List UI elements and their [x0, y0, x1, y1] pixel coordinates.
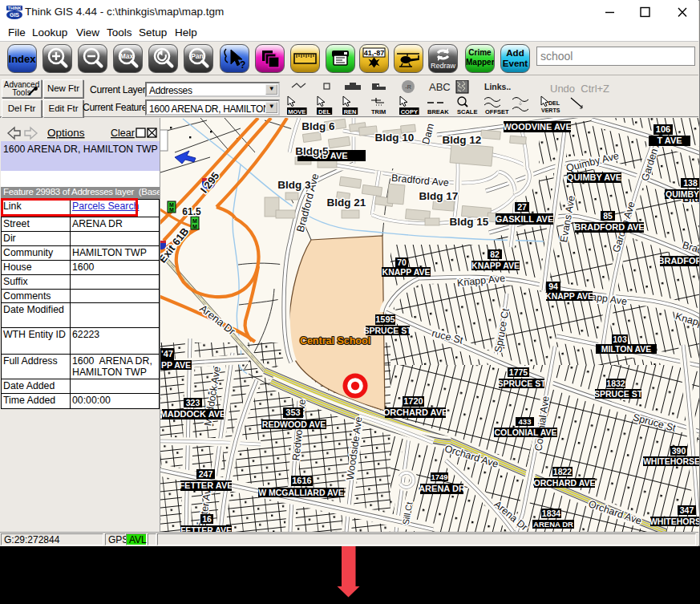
- svg-text:323: 323: [186, 398, 200, 407]
- svg-text:SPRUCE ST: SPRUCE ST: [363, 326, 412, 335]
- svg-text:Options: Options: [47, 127, 85, 139]
- svg-text:GASKILL AVE: GASKILL AVE: [496, 214, 554, 224]
- svg-text:1775: 1775: [509, 367, 528, 377]
- svg-text:MOVE: MOVE: [288, 108, 305, 116]
- svg-text:1616: 1616: [292, 476, 311, 485]
- svg-text:1834: 1834: [542, 509, 561, 518]
- svg-text:Bldg 5: Bldg 5: [295, 145, 329, 157]
- svg-text:Bldg 17: Bldg 17: [419, 190, 459, 202]
- svg-text:Pan: Pan: [191, 52, 204, 60]
- svg-text:OFFSET: OFFSET: [485, 108, 509, 116]
- svg-text:ARENA DR: ARENA DR: [533, 520, 573, 529]
- svg-text:ORCHARD AVE: ORCHARD AVE: [383, 407, 448, 417]
- svg-text:82: 82: [490, 249, 500, 259]
- svg-text:Redraw: Redraw: [431, 62, 456, 70]
- svg-text:QUIMBY AVE: QUIMBY AVE: [567, 172, 621, 182]
- svg-text:138: 138: [683, 178, 698, 188]
- svg-text:Bldg 3: Bldg 3: [277, 179, 311, 191]
- svg-text:'47: '47: [161, 349, 173, 359]
- svg-text:85: 85: [603, 211, 613, 221]
- svg-text:247: 247: [199, 469, 213, 479]
- svg-text:BRADFORD AVE: BRADFORD AVE: [574, 222, 644, 232]
- svg-text:KNAPP AVE: KNAPP AVE: [382, 267, 431, 277]
- svg-text:COPY: COPY: [401, 108, 418, 116]
- svg-text:SPRUCE ST: SPRUCE ST: [594, 389, 643, 399]
- svg-text:DEL: DEL: [548, 100, 560, 106]
- svg-text:WHITEHORSE: WHITEHORSE: [643, 456, 700, 466]
- svg-text:390: 390: [672, 446, 686, 456]
- svg-text:ABC: ABC: [429, 81, 451, 93]
- svg-text:70: 70: [397, 257, 407, 267]
- svg-text:ORCHARD AVE: ORCHARD AVE: [533, 478, 595, 488]
- svg-text:Bldg 21: Bldg 21: [327, 197, 366, 209]
- svg-text:433: 433: [519, 417, 532, 426]
- svg-text:KNAPP AVE: KNAPP AVE: [545, 291, 593, 301]
- svg-text:SPRUCE ST: SPRUCE ST: [497, 379, 546, 388]
- svg-text:REN: REN: [344, 108, 357, 116]
- svg-text:Bldg 12: Bldg 12: [443, 134, 482, 146]
- svg-text:ARENA DR: ARENA DR: [419, 484, 465, 493]
- svg-text:BREAK: BREAK: [427, 108, 449, 116]
- svg-text:106: 106: [656, 124, 670, 134]
- svg-text:COLONIAL AVE: COLONIAL AVE: [495, 428, 557, 437]
- svg-text:27: 27: [517, 202, 527, 212]
- svg-text:M: M: [192, 224, 197, 229]
- svg-text:W MCGALLIARD AVE: W MCGALLIARD AVE: [258, 488, 344, 497]
- svg-text:1832: 1832: [606, 379, 625, 388]
- svg-text:PP AVE: PP AVE: [161, 360, 191, 370]
- svg-text:GIS: GIS: [10, 12, 19, 18]
- svg-text:MILTON AVE: MILTON AVE: [601, 344, 652, 354]
- svg-text:MADDOCK AVE: MADDOCK AVE: [160, 409, 225, 419]
- svg-text:FETTER AVE: FETTER AVE: [180, 525, 232, 532]
- svg-text:353: 353: [285, 407, 300, 417]
- svg-text:94: 94: [548, 282, 558, 291]
- svg-text:1720: 1720: [403, 396, 423, 406]
- svg-text:M: M: [169, 207, 174, 213]
- svg-text:WHITEHORS: WHITEHORS: [649, 517, 700, 526]
- svg-text:347: 347: [680, 505, 694, 515]
- svg-text:Bldg 15: Bldg 15: [450, 216, 489, 228]
- svg-text:61.5: 61.5: [182, 206, 201, 217]
- svg-text:103: 103: [613, 334, 627, 344]
- svg-text:REDWOOD AVE: REDWOOD AVE: [262, 420, 326, 429]
- svg-text:BRADFOR: BRADFOR: [658, 256, 700, 266]
- svg-text:TRIM: TRIM: [371, 108, 386, 116]
- svg-text:Bldg 10: Bldg 10: [375, 132, 415, 144]
- svg-text:16: 16: [202, 514, 212, 524]
- svg-text:Links..: Links..: [484, 82, 511, 91]
- svg-text:T AVE: T AVE: [657, 136, 682, 145]
- svg-text:1749: 1749: [431, 472, 447, 481]
- svg-text:Bldg 6: Bldg 6: [301, 120, 335, 132]
- svg-text:FETTER AVE: FETTER AVE: [179, 480, 233, 490]
- svg-text:QUIMBY: QUIMBY: [666, 189, 699, 199]
- svg-text:VERTS: VERTS: [541, 107, 560, 113]
- svg-text:Max: Max: [120, 52, 134, 60]
- svg-text:-R: -R: [405, 84, 411, 90]
- svg-text:?: ?: [240, 59, 245, 71]
- svg-text:1822: 1822: [553, 467, 573, 476]
- svg-text:WOODVINE AVE: WOODVINE AVE: [503, 122, 572, 132]
- svg-text:KNAPP AVE: KNAPP AVE: [471, 261, 520, 270]
- svg-text:DEL: DEL: [318, 108, 330, 116]
- svg-text:THINK: THINK: [8, 6, 22, 10]
- svg-text:41,-87: 41,-87: [364, 49, 385, 57]
- svg-text:SCALE: SCALE: [457, 108, 477, 116]
- svg-text:1595: 1595: [375, 314, 395, 324]
- svg-text:Clear: Clear: [111, 128, 135, 139]
- svg-text:Central School: Central School: [300, 335, 370, 347]
